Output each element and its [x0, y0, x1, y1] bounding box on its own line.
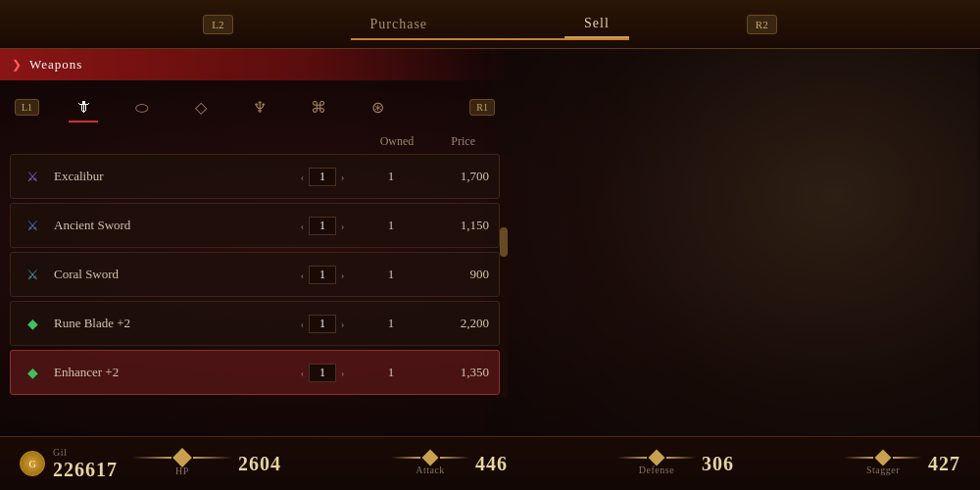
hp-value: 2604 — [238, 453, 281, 475]
qty-decrease[interactable]: ‹ — [301, 318, 304, 329]
qty-control: ‹ 1 › — [283, 168, 362, 186]
category-chevron-icon: ❯ — [12, 58, 22, 73]
item-icon: ⚔ — [21, 165, 44, 188]
icon-tabs-row: L1 🗡 ⬭ ◇ ♆ ⌘ ⊛ R1 — [0, 85, 510, 129]
main-panel: ❯ Weapons L1 🗡 ⬭ ◇ ♆ ⌘ ⊛ R1 Owned Price … — [0, 49, 510, 436]
r2-button[interactable]: R2 — [747, 15, 777, 34]
defense-bar-right — [666, 457, 696, 459]
defense-label: Defense — [639, 465, 674, 475]
owned-header: Owned — [368, 134, 426, 149]
item-name: Excalibur — [54, 169, 283, 184]
sell-tab[interactable]: Sell — [564, 11, 629, 38]
qty-decrease[interactable]: ‹ — [301, 270, 304, 280]
qty-value: 1 — [309, 315, 336, 333]
attack-block: Attack 446 — [391, 452, 508, 475]
scroll-track[interactable] — [500, 154, 508, 399]
attack-value: 446 — [475, 453, 508, 475]
item-icon: ◆ — [21, 361, 44, 384]
icon-tab-accessories[interactable]: ♆ — [245, 93, 274, 122]
category-title: Weapons — [29, 57, 82, 73]
icon-tab-weapons[interactable]: 🗡 — [69, 93, 98, 122]
icon-tab-rings[interactable]: ⬭ — [127, 93, 157, 122]
sell-tab-underline — [351, 38, 629, 40]
qty-increase[interactable]: › — [341, 368, 344, 378]
stagger-diamond-icon — [875, 450, 892, 466]
qty-decrease[interactable]: ‹ — [301, 368, 304, 378]
item-row[interactable]: ⚔ Coral Sword ‹ 1 › 1 900 — [10, 252, 500, 297]
qty-increase[interactable]: › — [341, 172, 344, 182]
attack-bar-right — [440, 457, 469, 459]
item-price: 2,200 — [420, 316, 489, 331]
qty-value: 1 — [309, 364, 336, 382]
stagger-label: Stagger — [866, 465, 900, 475]
defense-block: Defense 306 — [617, 452, 734, 475]
defense-diamond-icon — [649, 450, 665, 466]
qty-control: ‹ 1 › — [283, 315, 362, 333]
qty-control: ‹ 1 › — [283, 266, 362, 284]
gil-value: 226617 — [53, 459, 118, 481]
item-name: Rune Blade +2 — [54, 316, 283, 331]
item-row[interactable]: ◆ Rune Blade +2 ‹ 1 › 1 2,200 — [10, 301, 500, 346]
scroll-thumb[interactable] — [500, 227, 508, 257]
category-header: ❯ Weapons — [0, 49, 510, 80]
qty-value: 1 — [309, 168, 336, 186]
defense-bar-left — [617, 457, 647, 459]
icon-tab-consumables[interactable]: ⌘ — [304, 93, 333, 122]
item-row[interactable]: ⚔ Ancient Sword ‹ 1 › 1 1,150 — [10, 203, 500, 248]
qty-control: ‹ 1 › — [283, 364, 362, 382]
item-price: 1,150 — [420, 218, 489, 233]
stats-row: HP 2604 Attack 446 D — [132, 451, 960, 476]
item-owned: 1 — [362, 267, 420, 282]
column-headers: Owned Price — [0, 129, 510, 154]
icon-tab-misc[interactable]: ⊛ — [363, 93, 392, 122]
item-name: Enhancer +2 — [54, 365, 283, 380]
gil-icon: G — [20, 451, 45, 476]
stagger-value: 427 — [928, 453, 960, 475]
background-right — [490, 0, 980, 490]
item-price: 1,350 — [420, 365, 489, 380]
attack-label: Attack — [416, 465, 445, 475]
item-row-selected[interactable]: ◆ Enhancer +2 ‹ 1 › 1 1,350 — [10, 350, 500, 395]
attack-diamond-icon — [422, 450, 439, 466]
gil-block: G Gil 226617 — [20, 447, 118, 481]
top-nav: L2 Purchase Sell R2 — [0, 0, 980, 49]
qty-decrease[interactable]: ‹ — [301, 220, 304, 231]
l2-button[interactable]: L2 — [203, 15, 232, 34]
item-icon: ◆ — [21, 312, 44, 335]
item-icon: ⚔ — [21, 263, 44, 286]
hp-bar-left — [132, 457, 172, 459]
qty-increase[interactable]: › — [341, 220, 344, 231]
stagger-bar-right — [893, 457, 922, 459]
hp-bar-right — [193, 457, 232, 459]
gil-label: Gil — [53, 447, 118, 458]
item-name: Ancient Sword — [54, 218, 283, 233]
qty-increase[interactable]: › — [341, 270, 344, 280]
price-header: Price — [426, 134, 495, 149]
qty-value: 1 — [309, 217, 336, 235]
l1-button[interactable]: L1 — [15, 99, 39, 116]
qty-increase[interactable]: › — [341, 318, 344, 329]
qty-value: 1 — [309, 266, 336, 284]
r1-button[interactable]: R1 — [469, 99, 495, 116]
hp-diamond-icon — [172, 448, 192, 467]
item-owned: 1 — [362, 365, 420, 380]
item-owned: 1 — [362, 316, 420, 331]
stagger-block: Stagger 427 — [844, 452, 960, 475]
items-list: ⚔ Excalibur ‹ 1 › 1 1,700 ⚔ Ancient Swor… — [0, 154, 510, 399]
status-bar: G Gil 226617 HP 2604 — [0, 436, 980, 490]
attack-bar-left — [391, 457, 420, 459]
item-name: Coral Sword — [54, 267, 283, 282]
item-icon: ⚔ — [21, 214, 44, 237]
item-owned: 1 — [362, 169, 420, 184]
purchase-tab[interactable]: Purchase — [351, 12, 448, 37]
qty-decrease[interactable]: ‹ — [301, 172, 304, 182]
stagger-bar-left — [844, 457, 873, 459]
icon-tab-armor[interactable]: ◇ — [186, 93, 216, 122]
hp-block: HP 2604 — [132, 451, 281, 476]
item-owned: 1 — [362, 218, 420, 233]
item-price: 900 — [420, 267, 489, 282]
qty-control: ‹ 1 › — [283, 217, 362, 235]
item-price: 1,700 — [420, 169, 489, 184]
item-row[interactable]: ⚔ Excalibur ‹ 1 › 1 1,700 — [10, 154, 500, 199]
defense-value: 306 — [702, 453, 734, 475]
